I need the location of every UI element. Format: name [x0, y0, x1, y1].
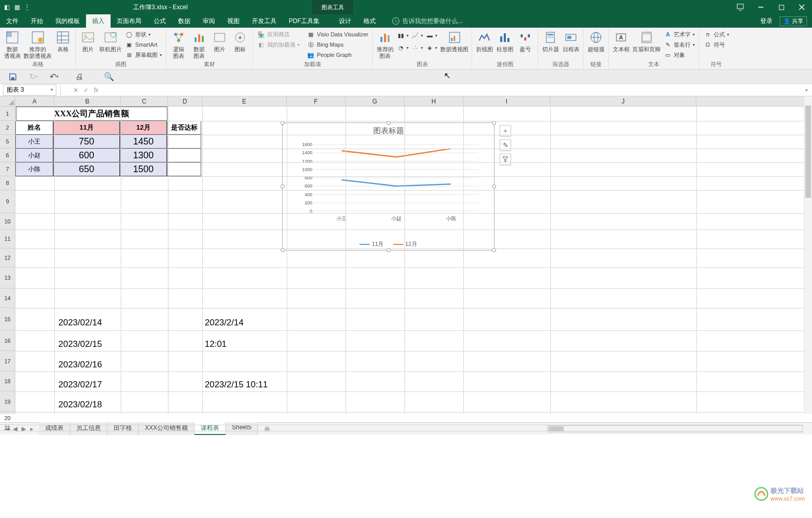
vertical-scrollbar[interactable] [804, 96, 812, 414]
menu-tab[interactable]: 插入 [86, 14, 111, 28]
row-header[interactable]: 11 [0, 230, 15, 248]
sheet-tab[interactable]: 员工信息 [70, 422, 108, 435]
row-header[interactable]: 18 [0, 371, 15, 391]
col-header[interactable]: B [54, 96, 121, 106]
chart-filter-button[interactable] [500, 154, 511, 165]
share-button[interactable]: 👤 共享 [780, 16, 807, 26]
menu-tab[interactable]: 开始 [25, 14, 49, 28]
row-header[interactable]: 12 [0, 248, 15, 267]
titlebar-icon[interactable]: ⋮ [23, 3, 32, 12]
maximize-button[interactable] [771, 0, 792, 14]
people-graph-button[interactable]: 👥People Graph [306, 50, 369, 59]
col-header[interactable]: H [404, 96, 463, 106]
pivot-chart-button[interactable]: 数据透视图 [440, 30, 468, 53]
textbox-button[interactable]: A文本框 [612, 30, 630, 53]
row-header[interactable]: 19 [0, 391, 15, 412]
recommended-charts-button[interactable]: 推荐的 图表 [376, 30, 394, 59]
sheet-tab[interactable]: 课程表 [195, 422, 226, 435]
formula-input[interactable] [102, 87, 805, 94]
col-header[interactable]: E [202, 96, 287, 106]
sheet-tab[interactable]: 田字格 [108, 422, 139, 435]
menu-tab[interactable]: 文件 [0, 14, 25, 28]
cell-b17[interactable]: 2023/02/16 [58, 360, 102, 370]
row-header[interactable]: 1 [0, 107, 15, 121]
expand-formula-bar[interactable]: ▾ [805, 88, 812, 93]
titlebar-icon[interactable]: ▦ [12, 3, 22, 12]
hyperlink-button[interactable]: 超链接 [587, 30, 605, 53]
sparkline-column-button[interactable]: 柱形图 [496, 30, 514, 53]
menu-tab[interactable]: 开发工具 [246, 14, 283, 28]
row-header[interactable]: 5 [0, 135, 15, 149]
col-header[interactable]: G [346, 96, 404, 106]
qat-preview-button[interactable]: 🔍 [103, 71, 115, 82]
close-button[interactable] [792, 0, 812, 14]
pivottable-button[interactable]: 数据 透视表 [3, 30, 22, 59]
fx-button[interactable]: fx [94, 87, 98, 94]
menu-tab[interactable]: 审阅 [197, 14, 221, 28]
col-header[interactable]: I [463, 96, 550, 106]
menu-tab[interactable]: 页面布局 [111, 14, 147, 28]
visio-visualizer-button[interactable]: ▦Visio Data Visualizer [306, 30, 369, 39]
row-header[interactable]: 16 [0, 330, 15, 351]
col-header[interactable]: F [287, 96, 346, 106]
cell-e18[interactable]: 2023/2/15 10:11 [205, 380, 268, 390]
shapes-button[interactable]: ◯形状 ▾ [124, 30, 163, 39]
name-box[interactable]: 图表 3▼ [3, 85, 56, 96]
contextual-tab-format[interactable]: 格式 [357, 14, 382, 28]
row-header[interactable]: 15 [0, 308, 15, 330]
col-header[interactable]: D [168, 96, 202, 106]
equation-button[interactable]: π公式 ▾ [702, 30, 730, 39]
chart-type-surface[interactable]: ◈▾ [425, 42, 438, 53]
redo-button[interactable]: ↻ ▾ [28, 71, 39, 82]
recommended-pivottable-button[interactable]: 推荐的 数据透视表 [24, 30, 52, 59]
row-header[interactable]: 8 [0, 176, 15, 190]
sparkline-line-button[interactable]: 折线图 [475, 30, 494, 53]
tell-me-search[interactable]: ♀ 告诉我您想要做什么... [392, 14, 463, 28]
row-header[interactable]: 21 [0, 425, 15, 431]
signature-button[interactable]: ✎签名行 ▾ [663, 40, 696, 49]
cell-b15[interactable]: 2023/02/14 [58, 318, 102, 328]
smartart-button[interactable]: ▣SmartArt [124, 40, 163, 49]
row-header[interactable]: 9 [0, 190, 15, 213]
qat-print-button[interactable]: 🖨 [74, 71, 85, 82]
col-header[interactable]: A [15, 96, 54, 106]
row-header[interactable]: 14 [0, 288, 15, 308]
sheet-tab[interactable]: XXX公司销售额 [139, 422, 195, 435]
chart-type-hist[interactable]: ▬▾ [425, 30, 438, 41]
chart-type-line[interactable]: 📈▾ [411, 30, 424, 41]
row-header[interactable]: 20 [0, 412, 15, 425]
online-pictures-button[interactable]: 联机图片 [99, 30, 122, 53]
row-header[interactable]: 13 [0, 267, 15, 288]
minimize-button[interactable] [751, 0, 771, 14]
chart-object[interactable]: 图表标题 02004006008001000120014001600小王小赵小陈… [282, 122, 495, 251]
menu-tab[interactable]: 视图 [221, 14, 246, 28]
sparkline-winloss-button[interactable]: 盈亏 [516, 30, 535, 53]
chevron-down-icon[interactable]: ▼ [50, 88, 56, 92]
ribbon-options-icon[interactable] [730, 0, 751, 14]
logic-chart-button[interactable]: 逻辑 图表 [169, 30, 188, 59]
row-header[interactable]: 7 [0, 162, 15, 176]
menu-tab[interactable]: 我的模板 [49, 14, 86, 28]
titlebar-icon[interactable]: ◧ [2, 3, 11, 12]
data-chart-button[interactable]: 数据 图表 [190, 30, 208, 59]
menu-tab[interactable]: 公式 [147, 14, 172, 28]
bing-maps-button[interactable]: ⓑBing Maps [306, 40, 369, 49]
slicer-button[interactable]: 切片器 [541, 30, 560, 53]
row-header[interactable]: 2 [0, 121, 15, 135]
material-icon-button[interactable]: ★图标 [231, 30, 249, 53]
timeline-button[interactable]: 日程表 [562, 30, 580, 53]
symbol-button[interactable]: Ω符号 [702, 40, 730, 49]
chart-type-bar[interactable]: ▮▮▾ [396, 30, 410, 41]
row-header[interactable]: 6 [0, 149, 15, 162]
header-footer-button[interactable]: 页眉和页脚 [632, 30, 660, 53]
menu-tab[interactable]: 数据 [172, 14, 197, 28]
material-pic-button[interactable]: 图片 [210, 30, 229, 53]
horizontal-scrollbar[interactable] [547, 425, 803, 432]
object-button[interactable]: ▭对象 [663, 50, 696, 59]
pictures-button[interactable]: 图片 [79, 30, 97, 53]
contextual-tab-design[interactable]: 设计 [333, 14, 357, 28]
row-header[interactable]: 17 [0, 351, 15, 371]
sheet-tab[interactable]: 成绩表 [39, 422, 70, 435]
col-header[interactable]: C [121, 96, 168, 106]
menu-tab[interactable]: PDF工具集 [283, 14, 326, 28]
